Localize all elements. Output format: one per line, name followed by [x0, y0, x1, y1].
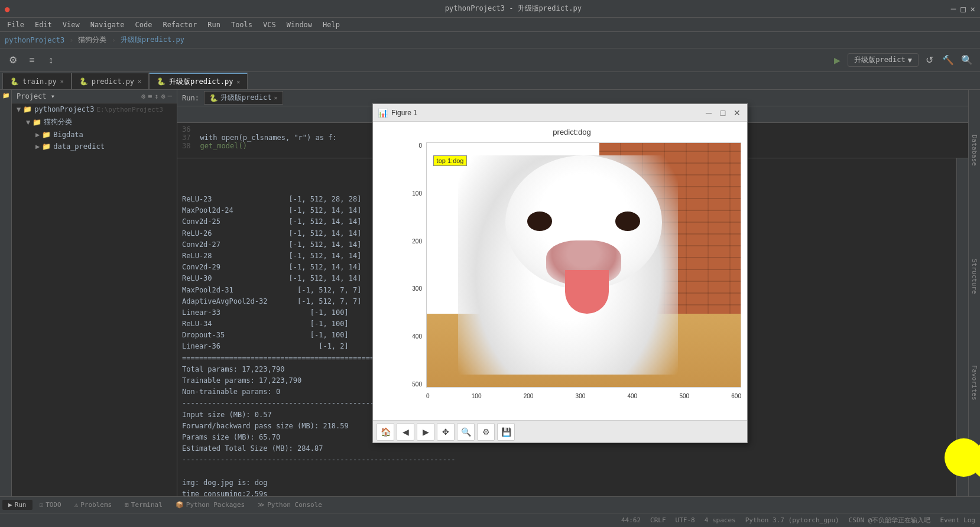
- tab-train-py[interactable]: 🐍 train.py ✕: [2, 73, 72, 89]
- figure-title-left: 📊 Figure 1: [378, 108, 417, 118]
- window-controls[interactable]: ─ □ ✕: [951, 4, 975, 14]
- file-tree-gear-icon[interactable]: ⚙: [141, 92, 145, 100]
- bigdata-label: Bigdata: [53, 131, 83, 139]
- run-label: Run:: [182, 94, 199, 102]
- project-name: pythonProject3: [5, 36, 64, 44]
- tab-close-upgraded[interactable]: ✕: [236, 79, 240, 85]
- figure-icon: 📊: [378, 108, 388, 118]
- tree-item-catdog[interactable]: ▼ 📁 猫狗分类: [12, 115, 177, 129]
- x-label-400: 400: [628, 393, 638, 399]
- figure-content: predict:dog 0 100 200 300 400 500: [373, 122, 747, 420]
- toolbar-build-button[interactable]: 🔨: [940, 52, 956, 69]
- close-button[interactable]: ✕: [971, 4, 975, 14]
- menu-refactor[interactable]: Refactor: [158, 19, 202, 30]
- toolbar-reload-button[interactable]: ↺: [921, 52, 937, 69]
- run-config-dropdown[interactable]: ▼: [908, 56, 912, 64]
- figure-pan-button[interactable]: ✥: [437, 423, 455, 441]
- sidebar-project-icon[interactable]: 📁: [2, 92, 9, 99]
- y-label-200: 200: [412, 238, 422, 245]
- minimize-button[interactable]: ─: [951, 4, 956, 14]
- charset: UTF-8: [676, 516, 695, 524]
- figure-home-button[interactable]: 🏠: [377, 423, 394, 441]
- run-tab[interactable]: 🐍 升级版predict ✕: [204, 91, 283, 105]
- bottom-tab-problems[interactable]: ⚠ Problems: [69, 500, 118, 510]
- bottom-tab-python-console[interactable]: ≫ Python Console: [252, 500, 328, 510]
- toolbar-sort-button[interactable]: ↕: [43, 52, 59, 69]
- figure-window-controls[interactable]: ─ □ ✕: [703, 108, 742, 118]
- maximize-button[interactable]: □: [960, 4, 965, 14]
- figure-back-button[interactable]: ◀: [397, 423, 414, 441]
- catdog-folder-icon: 📁: [33, 118, 41, 126]
- run-config-selector[interactable]: 升级版predict ▼: [848, 53, 919, 67]
- file-tree-settings-icon[interactable]: ⚙: [161, 92, 166, 100]
- menu-edit[interactable]: Edit: [30, 19, 57, 30]
- structure-tab[interactable]: Structure: [968, 254, 980, 299]
- event-log: Event Log: [940, 516, 975, 524]
- figure-titlebar: 📊 Figure 1 ─ □ ✕: [373, 104, 747, 122]
- bottom-tab-terminal[interactable]: ⊞ Terminal: [119, 500, 168, 510]
- y-axis-labels: 0 100 200 300 400 500: [403, 142, 425, 388]
- editor-tabs-bar: 🐍 train.py ✕ 🐍 predict.py ✕ 🐍 升级版predict…: [0, 72, 980, 90]
- toolbar-search-button[interactable]: 🔍: [959, 52, 975, 69]
- indent: 4 spaces: [705, 516, 736, 524]
- file-tree-sort-icon[interactable]: ↕: [154, 92, 158, 100]
- catdog-label: 猫狗分类: [44, 117, 72, 127]
- menu-tools[interactable]: Tools: [226, 19, 257, 30]
- file-tree-panel: Project ▾ ⚙ ≡ ↕ ⚙ ─ ▼ 📁 pythonProject3 E…: [12, 90, 177, 496]
- figure-close-button[interactable]: ✕: [732, 108, 742, 118]
- file-tree-collapse-icon[interactable]: ≡: [148, 92, 152, 100]
- tree-item-datapredict[interactable]: ▶ 📁 data_predict: [12, 141, 177, 152]
- tab-close-train[interactable]: ✕: [60, 78, 64, 84]
- bottom-tab-todo[interactable]: ☑ TODO: [34, 500, 67, 510]
- figure-window[interactable]: 📊 Figure 1 ─ □ ✕ predict:dog 0 100 200 3…: [372, 103, 748, 443]
- root-label: pythonProject3: [34, 105, 94, 113]
- figure-title: Figure 1: [391, 109, 417, 117]
- toolbar-settings-button[interactable]: ⚙: [5, 52, 21, 69]
- window-title: pythonProject3 - 升级版predict.py: [76, 4, 951, 14]
- toolbar-align-button[interactable]: ≡: [24, 52, 40, 69]
- dog-photo: top 1:dog: [427, 143, 741, 387]
- run-tab-icon: 🐍: [209, 94, 218, 102]
- menu-run[interactable]: Run: [203, 19, 225, 30]
- bottom-tab-run[interactable]: ▶ Run: [2, 500, 33, 510]
- terminal-icon: ⊞: [125, 501, 129, 509]
- x-label-600: 600: [731, 393, 741, 399]
- todo-icon: ☑: [40, 501, 44, 509]
- figure-forward-button[interactable]: ▶: [417, 423, 434, 441]
- y-label-0: 0: [418, 142, 422, 149]
- run-tab-close[interactable]: ✕: [274, 95, 277, 101]
- figure-save-button[interactable]: 💾: [497, 423, 515, 441]
- menu-code[interactable]: Code: [131, 19, 157, 30]
- figure-zoom-button[interactable]: 🔍: [457, 423, 475, 441]
- figure-maximize-button[interactable]: □: [718, 108, 728, 118]
- menu-vcs[interactable]: VCS: [258, 19, 281, 30]
- figure-config-button[interactable]: ⚙: [477, 423, 495, 441]
- favorites-tab[interactable]: Favorites: [968, 360, 980, 405]
- menu-help[interactable]: Help: [318, 19, 345, 30]
- menu-file[interactable]: File: [2, 19, 29, 30]
- tab-predict-py[interactable]: 🐍 predict.py ✕: [72, 73, 149, 89]
- tab-icon-train: 🐍: [10, 77, 19, 86]
- tree-item-bigdata[interactable]: ▶ 📁 Bigdata: [12, 129, 177, 141]
- figure-minimize-button[interactable]: ─: [703, 108, 714, 118]
- tree-item-root[interactable]: ▼ 📁 pythonProject3 E:\pythonProject3: [12, 103, 177, 115]
- file-tree-minimize-icon[interactable]: ─: [168, 92, 172, 100]
- breadcrumb-folder: 猫狗分类: [78, 35, 106, 45]
- app-icon: ●: [5, 4, 9, 14]
- line-ending: CRLF: [650, 516, 666, 524]
- datapredict-expand-icon: ▶: [35, 142, 40, 151]
- dog-image-container: top 1:dog: [426, 142, 741, 388]
- menu-view[interactable]: View: [58, 19, 85, 30]
- toolbar-run-button[interactable]: ▶: [829, 52, 845, 69]
- packages-icon: 📦: [176, 501, 184, 509]
- menu-window[interactable]: Window: [282, 19, 317, 30]
- bottom-tab-python-packages[interactable]: 📦 Python Packages: [170, 500, 251, 510]
- tab-close-predict[interactable]: ✕: [138, 78, 141, 84]
- run-tab-label: 升级版predict: [220, 93, 272, 103]
- menu-navigate[interactable]: Navigate: [86, 19, 129, 30]
- y-label-400: 400: [412, 333, 422, 340]
- breadcrumb-file: 升级版predict.py: [121, 35, 184, 45]
- tab-upgraded-predict-py[interactable]: 🐍 升级版predict.py ✕: [149, 73, 248, 89]
- tab-icon-upgraded: 🐍: [157, 77, 166, 86]
- database-tab[interactable]: Database: [968, 130, 980, 171]
